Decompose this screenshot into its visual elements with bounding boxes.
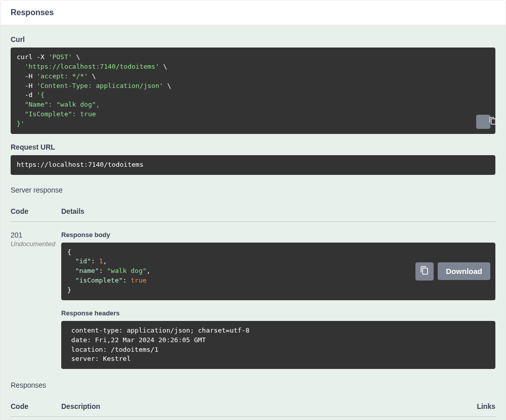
curl-text: '{ [36, 91, 45, 99]
curl-text: \ [88, 72, 96, 80]
response-headers-label: Response headers [61, 309, 495, 317]
curl-text: }' [17, 120, 25, 127]
json-text: : [91, 257, 99, 265]
response-status-code: 201 [11, 231, 61, 239]
curl-text: -d [17, 91, 36, 99]
json-text: : [123, 276, 131, 284]
curl-code-block: curl -X 'POST' \ 'https://localhost:7140… [11, 48, 495, 134]
col-header-description: Description [61, 402, 450, 410]
json-key: "name" [67, 267, 99, 274]
copy-curl-button[interactable] [476, 115, 490, 129]
json-key: "id" [67, 257, 91, 265]
json-text: , [147, 267, 151, 274]
response-undocumented: Undocumented [11, 240, 61, 248]
curl-text: -H [17, 72, 36, 80]
responses-table: Code Description Links 200 No links [11, 396, 495, 420]
response-code-cell: 201 Undocumented [11, 231, 61, 369]
curl-text: 'https://localhost:7140/todoitems' [17, 63, 159, 70]
table-header: Code Details [11, 201, 495, 222]
panel-title: Responses [11, 8, 495, 17]
curl-text: \ [163, 82, 172, 89]
request-url-block: https://localhost:7140/todoitems [11, 155, 495, 175]
response-details-cell: Response body { "id": 1, "name": "walk d… [61, 231, 495, 369]
clipboard-icon [470, 109, 495, 134]
panel-body: Curl curl -X 'POST' \ 'https://localhost… [1, 25, 505, 420]
table-row: 201 Undocumented Response body { "id": 1… [11, 222, 495, 369]
col-header-code: Code [11, 402, 61, 410]
json-value: "walk dog" [107, 267, 146, 274]
request-url-label: Request URL [11, 143, 495, 151]
col-header-details: Details [61, 207, 495, 215]
col-header-links: Links [450, 402, 495, 410]
curl-text: "IsComplete": true [17, 110, 96, 118]
curl-text: 'accept: */*' [36, 72, 88, 80]
json-value: true [131, 276, 146, 284]
table-header: Code Description Links [11, 396, 495, 417]
response-body-wrapper: { "id": 1, "name": "walk dog", "isComple… [61, 243, 495, 300]
curl-text: 'Content-Type: application/json' [36, 82, 163, 89]
curl-label: Curl [11, 35, 495, 43]
download-button[interactable]: Download [438, 262, 490, 280]
responses-panel: Responses Curl curl -X 'POST' \ 'https:/… [0, 0, 506, 420]
json-text: : [99, 267, 107, 274]
panel-header: Responses [1, 1, 505, 25]
curl-text: \ [159, 63, 167, 70]
json-key: "isComplete" [67, 276, 123, 284]
json-text: } [67, 286, 71, 294]
table-row: 200 No links [11, 417, 495, 420]
clipboard-icon [420, 266, 429, 276]
responses-label: Responses [11, 381, 495, 389]
copy-response-button[interactable] [415, 262, 434, 281]
server-response-table: Code Details 201 Undocumented Response b… [11, 201, 495, 369]
curl-text: \ [72, 53, 80, 61]
request-url-value: https://localhost:7140/todoitems [17, 161, 143, 168]
response-body-actions: Download [415, 262, 490, 281]
response-headers-code: content-type: application/json; charset=… [61, 321, 495, 369]
curl-text: 'POST' [49, 53, 72, 61]
json-text: , [103, 257, 107, 265]
headers-text: content-type: application/json; charset=… [67, 326, 254, 363]
col-header-code: Code [11, 207, 61, 215]
json-text: { [67, 248, 71, 256]
server-response-label: Server response [11, 186, 495, 194]
curl-text: -H [17, 82, 36, 89]
curl-text: "Name": "walk dog", [17, 101, 100, 108]
curl-text: curl -X [17, 53, 49, 61]
response-body-label: Response body [61, 231, 495, 239]
